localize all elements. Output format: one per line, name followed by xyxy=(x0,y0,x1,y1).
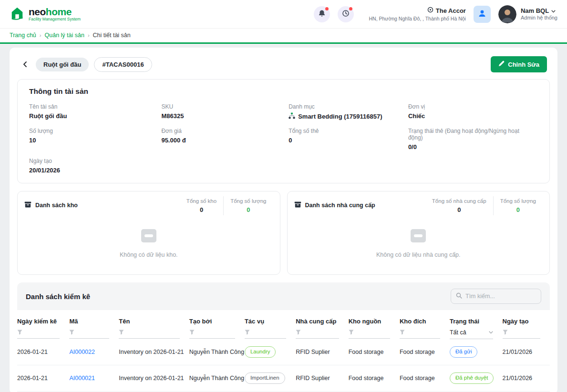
cell-dest-warehouse: Food storage xyxy=(400,365,450,391)
warehouse-total-stat: Tổng số kho 0 xyxy=(180,196,223,215)
supplier-icon xyxy=(294,201,301,210)
status-badge: Đã gửi xyxy=(450,346,478,358)
hotel-address: HN, Phường Nghĩa Đô, , Thành phố Hà Nội xyxy=(369,16,466,21)
app-logo[interactable]: neohome Facility Management System xyxy=(10,6,81,22)
funnel-icon xyxy=(69,330,74,335)
breadcrumb-separator: › xyxy=(40,32,41,38)
col-name: Tên xyxy=(119,312,189,339)
hotel-selector[interactable]: The Accor HN, Phường Nghĩa Đô, , Thành p… xyxy=(369,7,466,21)
warehouse-empty-state: Không có dữ liệu kho. xyxy=(18,217,280,274)
supplier-card-title: Danh sách nhà cung cấp xyxy=(305,202,375,209)
warehouse-empty-text: Không có dữ liệu kho. xyxy=(120,251,178,258)
filter-source-warehouse[interactable] xyxy=(349,329,390,339)
cell-date: 2026-01-21 xyxy=(17,365,69,391)
filter-name[interactable] xyxy=(119,329,179,339)
status-badge: Đã phê duyệt xyxy=(450,372,494,384)
field-sku: SKU M86325 xyxy=(161,103,289,121)
bell-icon xyxy=(318,10,326,19)
col-created-date: Ngày tạo xyxy=(503,312,550,339)
breadcrumb: Trang chủ › Quản lý tài sản › Chi tiết t… xyxy=(0,29,567,44)
funnel-icon xyxy=(296,330,301,335)
funnel-icon xyxy=(503,330,508,335)
asset-info-panel: Thông tin tài sản Tên tài sản Ruột gối đ… xyxy=(17,79,550,183)
task-badge: ImportLinen xyxy=(245,372,285,384)
cell-name: Inventory on 2026-01-21 xyxy=(119,339,189,365)
app-header: neohome Facility Management System The A… xyxy=(0,0,567,29)
inventory-section: Danh sách kiểm kê Ngày kiểm kê xyxy=(17,282,550,392)
filter-dest-warehouse[interactable] xyxy=(400,329,440,339)
field-category: Danh mục Smart Bedding (1759116857) xyxy=(289,103,408,121)
warehouse-quantity-stat: Tổng số lượng 0 xyxy=(223,196,273,215)
activity-badge xyxy=(349,7,352,10)
col-supplier: Nhà cung cấp xyxy=(296,312,349,339)
user-avatar xyxy=(498,5,516,23)
filter-inventory-date[interactable] xyxy=(17,329,60,339)
col-dest-warehouse: Kho đích xyxy=(400,312,450,339)
empty-box-icon xyxy=(408,226,428,247)
user-name: Nam BQL xyxy=(521,7,549,15)
col-task: Tác vụ xyxy=(245,312,296,339)
inventory-title: Danh sách kiểm kê xyxy=(26,292,90,301)
breadcrumb-asset-management[interactable]: Quản lý tài sản xyxy=(45,32,84,39)
hotel-name: The Accor xyxy=(436,7,466,14)
cell-name: Inventory on 2026-01-21 xyxy=(119,365,189,391)
field-unit: Đơn vị Chiếc xyxy=(408,103,538,121)
edit-button[interactable]: Chỉnh Sửa xyxy=(491,56,547,72)
funnel-icon xyxy=(17,330,22,335)
cell-supplier: RFID Suplier xyxy=(296,365,349,391)
funnel-icon xyxy=(245,330,250,335)
cell-source-warehouse: Food storage xyxy=(349,365,400,391)
status-filter-select[interactable]: Tất cả xyxy=(450,329,493,339)
inventory-search[interactable] xyxy=(451,289,541,304)
search-icon xyxy=(456,292,462,300)
filter-supplier[interactable] xyxy=(296,329,339,339)
pencil-icon xyxy=(498,60,505,68)
asset-code-chip: #TACAS00016 xyxy=(94,57,152,72)
cell-created-date: 21/01/2026 xyxy=(503,365,550,391)
field-total-tags: Tổng số thẻ 0 xyxy=(289,128,408,151)
warehouse-list-card: Danh sách kho Tổng số kho 0 Tổng số lượn… xyxy=(17,191,280,275)
inventory-code-link[interactable]: AI000021 xyxy=(69,375,95,382)
task-badge: Laundry xyxy=(245,346,276,358)
funnel-icon xyxy=(349,330,354,335)
inventory-code-link[interactable]: AI000022 xyxy=(69,349,95,355)
supplier-empty-text: Không có dữ liệu nhà cung cấp. xyxy=(376,251,461,258)
activity-history-button[interactable] xyxy=(338,6,354,22)
home-logo-icon xyxy=(10,6,25,22)
category-icon xyxy=(289,112,295,121)
cell-creator: Nguyễn Thành Công xyxy=(189,339,245,365)
col-code: Mã xyxy=(69,312,119,339)
filter-task[interactable] xyxy=(245,329,286,339)
field-unit-price: Đơn giá 95.000 đ xyxy=(161,128,289,151)
table-row[interactable]: 2026-01-21 AI000021 Inventory on 2026-01… xyxy=(17,365,550,391)
user-menu[interactable]: Nam BQL Admin hệ thống xyxy=(498,5,557,23)
funnel-icon xyxy=(400,330,405,335)
hotel-icon xyxy=(427,7,433,14)
cell-created-date: 21/01/2026 xyxy=(503,339,550,365)
breadcrumb-home[interactable]: Trang chủ xyxy=(10,32,36,39)
notifications-button[interactable] xyxy=(314,6,330,22)
col-inventory-date: Ngày kiểm kê xyxy=(17,312,69,339)
filter-creator[interactable] xyxy=(189,329,235,339)
supplier-list-card: Danh sách nhà cung cấp Tổng số nhà cung … xyxy=(287,191,550,275)
filter-created-date[interactable] xyxy=(503,329,541,339)
filter-code[interactable] xyxy=(69,329,109,339)
col-creator: Tạo bởi xyxy=(189,312,245,339)
person-icon xyxy=(477,9,487,20)
warehouse-card-title: Danh sách kho xyxy=(35,202,78,209)
workspace-avatar[interactable] xyxy=(474,6,491,23)
asset-name-chip: Ruột gối đầu xyxy=(36,58,89,71)
col-source-warehouse: Kho nguồn xyxy=(349,312,400,339)
back-button[interactable] xyxy=(20,59,31,70)
clock-icon xyxy=(342,10,350,19)
notification-badge xyxy=(325,7,329,10)
funnel-icon xyxy=(189,330,195,335)
asset-detail-card: Ruột gối đầu #TACAS00016 Chỉnh Sửa Thông… xyxy=(10,48,557,392)
table-row[interactable]: 2026-01-21 AI000022 Inventory on 2026-01… xyxy=(17,339,550,365)
cell-creator: Nguyễn Thành Công xyxy=(189,365,245,391)
supplier-quantity-stat: Tổng số lượng 0 xyxy=(493,196,543,215)
search-input[interactable] xyxy=(465,293,536,300)
empty-box-icon xyxy=(139,226,159,247)
cell-supplier: RFID Suplier xyxy=(296,339,349,365)
page-title-row: Ruột gối đầu #TACAS00016 Chỉnh Sửa xyxy=(17,54,550,79)
